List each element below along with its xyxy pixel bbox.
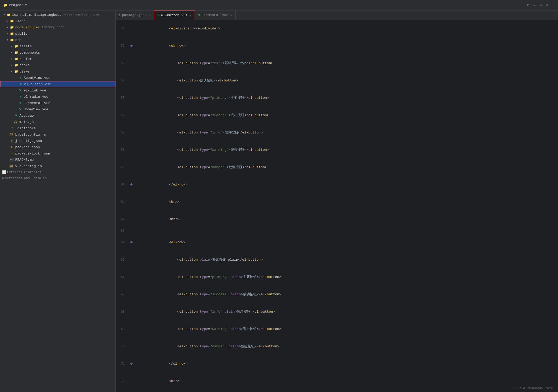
gutter-60 <box>129 176 134 193</box>
tab-el-button-vue[interactable]: V el-button.vue ✕ <box>154 11 195 20</box>
tree-arrow-gitignore <box>5 126 9 130</box>
sidebar-item-vue-config[interactable]: JS vue.config.js <box>0 163 115 169</box>
code-line-60: 60 </el-row> <box>116 176 558 193</box>
line-content-53: <el-button type="text">基础用法 type</el-but… <box>134 55 558 72</box>
sidebar-item-el-link[interactable]: V el-link.vue <box>0 87 115 94</box>
tab-close-package-json[interactable]: ✕ <box>149 13 151 17</box>
list-icon[interactable]: ≡ <box>533 3 535 7</box>
json-icon-package: ⚙ <box>9 145 14 149</box>
tab-close-el-button[interactable]: ✕ <box>190 14 191 17</box>
tree-arrow-idea <box>5 19 9 23</box>
line-content-56: <el-button type="success">成功按钮</el-butto… <box>134 107 558 124</box>
line-content-63 <box>134 228 558 234</box>
sidebar-item-main-js[interactable]: JS main.js <box>0 119 115 125</box>
git-icon: ⬡ <box>9 126 14 130</box>
settings-icon[interactable]: ⚙ <box>546 3 548 7</box>
vue-icon-el-link: V <box>18 88 23 92</box>
line-content-58: <el-button type="warning">警告按钮</el-butto… <box>134 141 558 159</box>
sidebar-item-gitignore[interactable]: ⬡ .gitignore <box>0 125 115 131</box>
code-editor[interactable]: 51 <el-divider></el-divider> 52 <el-row> <box>116 20 558 392</box>
code-line-58: 58 <el-button type="warning">警告按钮</el-bu… <box>116 141 558 159</box>
tabs-bar: ⚙ package.json ✕ V el-button.vue ✕ V Ele… <box>116 11 558 20</box>
sidebar-item-elementui[interactable]: V ElementUI.vue <box>0 100 115 106</box>
sidebar-item-scratches[interactable]: ⚙ Scratches and Consoles <box>0 175 115 181</box>
sidebar-item-jsconfig[interactable]: ⚙ jsconfig.json <box>0 138 115 144</box>
sidebar-item-el-radio[interactable]: V el-radio.vue <box>0 94 115 100</box>
vue-icon-el-button: V <box>18 82 23 86</box>
tree-arrow-package-json <box>5 145 9 149</box>
sidebar-item-babel[interactable]: JS babel.config.js <box>0 131 115 138</box>
line-num-64: 64 <box>116 234 129 251</box>
add-icon[interactable]: ⊕ <box>527 3 529 7</box>
code-line-69: 69 <el-button type="warning" plain>警告按钮<… <box>116 321 558 338</box>
sidebar-item-views[interactable]: 📁 views <box>0 68 115 75</box>
sidebar-item-package-json[interactable]: ⚙ package.json <box>0 144 115 150</box>
tree-arrow-about <box>14 76 18 80</box>
sidebar-item-about-view[interactable]: V AboutView.vue <box>0 75 115 81</box>
line-content-73: <br/> <box>134 390 558 392</box>
line-num-57: 57 <box>116 124 129 141</box>
sidebar-item-router[interactable]: 📁 router <box>0 56 115 62</box>
sidebar-item-app-vue[interactable]: V App.vue <box>0 112 115 119</box>
sidebar-item-node-modules[interactable]: 📁 node_modules library root <box>0 24 115 30</box>
sidebar-item-idea[interactable]: 📁 .idea <box>0 18 115 24</box>
project-dropdown-icon[interactable]: ▼ <box>25 3 27 7</box>
gutter-55 <box>129 89 134 107</box>
tab-label-el-button: el-button.vue <box>161 13 187 17</box>
line-num-68: 68 <box>116 303 129 321</box>
sidebar-item-components[interactable]: 📁 components <box>0 49 115 56</box>
sidebar-item-public[interactable]: 📁 public <box>0 30 115 37</box>
tab-package-json[interactable]: ⚙ package.json ✕ <box>116 11 154 20</box>
line-content-55: <el-button type="primary">主要按钮</el-butto… <box>134 89 558 107</box>
line-content-72: <br/> <box>134 373 558 390</box>
line-content-51: <el-divider></el-divider> <box>134 20 558 37</box>
tree-arrow-main-js <box>9 120 14 124</box>
code-line-53: 53 <el-button type="text">基础用法 type</el-… <box>116 55 558 72</box>
vue-icon-about: V <box>18 76 23 80</box>
sidebar-item-external-libraries[interactable]: 📊 External Libraries <box>0 169 115 175</box>
sidebar-item-homeview[interactable]: V HomeView.vue <box>0 106 115 112</box>
sidebar-item-el-button[interactable]: V el-button.vue <box>0 81 115 87</box>
gutter-69 <box>129 321 134 338</box>
code-content: 51 <el-divider></el-divider> 52 <el-row> <box>116 20 558 392</box>
gutter-63 <box>129 228 134 234</box>
sidebar-item-src[interactable]: 📁 src <box>0 37 115 43</box>
tab-close-elementui[interactable]: ✕ <box>230 13 232 17</box>
js-icon-vue-config: JS <box>9 164 13 168</box>
line-content-67: <el-button type="success" plain>成功按钮</el… <box>134 286 558 303</box>
line-num-65: 65 <box>116 251 129 269</box>
folder-icon-public: 📁 <box>9 32 14 36</box>
line-num-71: 71 <box>116 355 129 373</box>
code-line-57: 57 <el-button type="info">信息按钮</el-butto… <box>116 124 558 141</box>
line-num-63: 63 <box>116 228 129 234</box>
sidebar-label-babel: babel.config.js <box>15 133 46 137</box>
tree-arrow-el-link <box>14 88 18 92</box>
code-line-62: 62 <br/> <box>116 211 558 228</box>
sidebar-label-components: components <box>19 51 40 55</box>
minimize-icon[interactable]: — <box>553 3 555 7</box>
title-bar: 📁 Project ▼ ⊕ ≡ ⇌ ⚙ — <box>0 0 558 11</box>
folder-icon-components: 📁 <box>14 50 18 55</box>
gutter-62 <box>129 211 134 228</box>
gutter-70 <box>129 338 134 355</box>
gutter-58 <box>129 141 134 159</box>
gutter-66 <box>129 269 134 286</box>
line-num-72: 72 <box>116 373 129 390</box>
line-num-70: 70 <box>116 338 129 355</box>
tree-arrow-readme <box>5 158 9 162</box>
sidebar-label-el-link: el-link.vue <box>24 89 46 92</box>
sidebar-item-assets[interactable]: 📁 assets <box>0 43 115 49</box>
line-content-70: <el-button type="danger" plain>危险按钮</el-… <box>134 338 558 355</box>
sidebar-item-readme[interactable]: MD README.md <box>0 157 115 163</box>
sidebar-item-store[interactable]: 📁 store <box>0 62 115 68</box>
sidebar-item-package-lock[interactable]: ⚙ package-lock.json <box>0 150 115 157</box>
code-line-61: 61 <br/> <box>116 193 558 211</box>
project-title[interactable]: 📁 Project ▼ <box>3 3 27 7</box>
gutter-71 <box>129 355 134 373</box>
tab-elementui-vue[interactable]: V ElementUI.vue ✕ <box>195 11 236 20</box>
split-icon[interactable]: ⇌ <box>540 3 542 7</box>
tree-arrow-public <box>5 32 9 36</box>
code-line-56: 56 <el-button type="success">成功按钮</el-bu… <box>116 107 558 124</box>
sidebar-item-root[interactable]: 📁 learnelementuispringboot ~/Desktop/vue… <box>0 12 115 18</box>
line-content-60: </el-row> <box>134 176 558 193</box>
